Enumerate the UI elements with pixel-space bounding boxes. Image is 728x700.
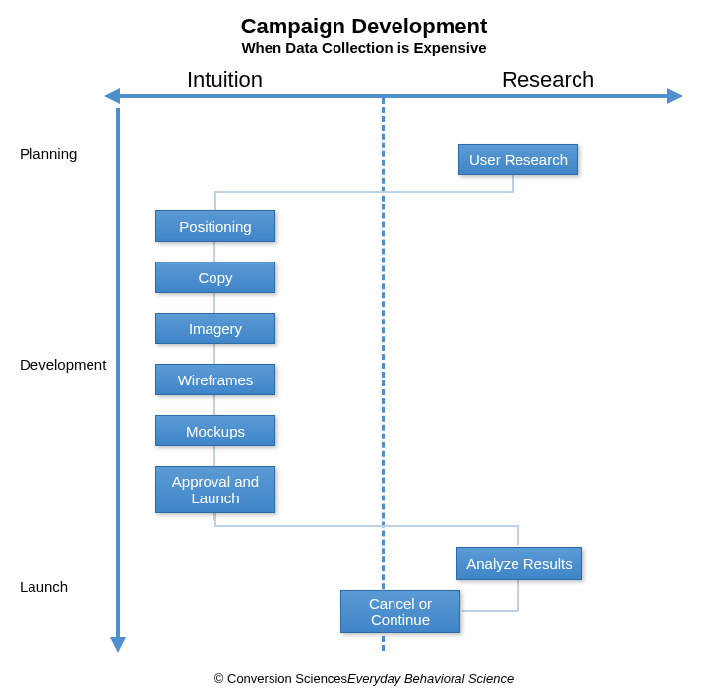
node-cancel-continue: Cancel or Continue	[340, 590, 460, 633]
footer: © Conversion SciencesEveryday Behavioral…	[0, 671, 728, 686]
diagram-canvas: Campaign Development When Data Collectio…	[0, 0, 728, 700]
diagram-subtitle: When Data Collection is Expensive	[0, 39, 728, 56]
connector	[462, 610, 519, 612]
node-imagery: Imagery	[155, 313, 275, 344]
timeline-axis	[116, 108, 120, 639]
node-user-research: User Research	[458, 144, 578, 175]
footer-tagline: Everyday Behavioral Science	[347, 671, 514, 686]
axis-arrow-left-icon	[104, 88, 120, 104]
node-copy: Copy	[155, 262, 275, 293]
connector	[214, 525, 519, 527]
axis-label-intuition: Intuition	[187, 67, 263, 92]
axis-arrow-right-icon	[667, 88, 683, 104]
diagram-title: Campaign Development	[0, 14, 728, 39]
node-positioning: Positioning	[155, 210, 275, 242]
intuition-research-axis	[118, 94, 669, 98]
connector	[517, 525, 519, 545]
node-analyze-results: Analyze Results	[456, 547, 582, 580]
phase-label-planning: Planning	[0, 146, 113, 162]
connector	[214, 191, 514, 193]
connector	[517, 580, 519, 612]
node-wireframes: Wireframes	[155, 364, 275, 395]
phase-label-launch: Launch	[0, 578, 113, 595]
intuition-research-divider	[382, 98, 385, 651]
timeline-arrow-down-icon	[110, 637, 126, 653]
phase-label-development: Development	[0, 356, 113, 373]
node-mockups: Mockups	[155, 415, 275, 446]
connector	[214, 191, 216, 210]
node-approval-launch: Approval and Launch	[155, 466, 275, 513]
axis-label-research: Research	[502, 67, 594, 92]
footer-copyright: © Conversion Sciences	[214, 671, 347, 686]
